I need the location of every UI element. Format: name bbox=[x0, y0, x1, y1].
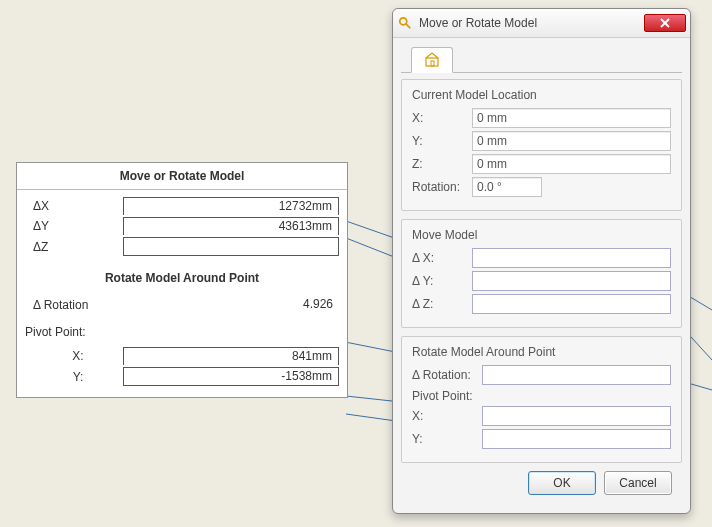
move-dy-input[interactable] bbox=[472, 271, 671, 291]
section-move-label: Move Model bbox=[412, 228, 671, 242]
move-dz-input[interactable] bbox=[472, 294, 671, 314]
left-pivot-x-row: X: 841mm bbox=[17, 346, 347, 366]
current-x-value: 0 mm bbox=[472, 108, 671, 128]
left-drot-label: Δ Rotation bbox=[25, 298, 123, 312]
left-dy-label: ΔY bbox=[25, 219, 123, 233]
current-y-label: Y: bbox=[412, 134, 472, 148]
close-button[interactable] bbox=[644, 14, 686, 32]
svg-line-9 bbox=[406, 24, 410, 28]
left-dy-row: ΔY 43613mm bbox=[17, 216, 347, 236]
left-py-value: -1538mm bbox=[123, 367, 339, 386]
current-z-value: 0 mm bbox=[472, 154, 671, 174]
left-dy-value: 43613mm bbox=[123, 217, 339, 235]
current-rot-label: Rotation: bbox=[412, 180, 472, 194]
home-icon bbox=[424, 52, 440, 68]
move-dx-label: Δ X: bbox=[412, 251, 472, 265]
tab-strip bbox=[401, 46, 682, 73]
rot-drot-label: Δ Rotation: bbox=[412, 368, 482, 382]
tab-general[interactable] bbox=[411, 47, 453, 73]
group-rotate-model: Rotate Model Around Point Δ Rotation: Pi… bbox=[401, 336, 682, 463]
left-dz-label: ΔZ bbox=[25, 240, 123, 254]
close-icon bbox=[660, 18, 670, 28]
left-px-label: X: bbox=[25, 349, 123, 363]
titlebar[interactable]: Move or Rotate Model bbox=[393, 9, 690, 38]
pivot-point-label: Pivot Point: bbox=[412, 389, 671, 403]
left-dz-value bbox=[123, 237, 339, 256]
left-dx-row: ΔX 12732mm bbox=[17, 196, 347, 216]
section-current-label: Current Model Location bbox=[412, 88, 671, 102]
group-current-location: Current Model Location X: 0 mm Y: 0 mm Z… bbox=[401, 79, 682, 211]
pivot-y-input[interactable] bbox=[482, 429, 671, 449]
current-z-label: Z: bbox=[412, 157, 472, 171]
current-x-label: X: bbox=[412, 111, 472, 125]
svg-rect-13 bbox=[431, 61, 434, 66]
current-rot-value: 0.0 ° bbox=[472, 177, 542, 197]
left-dz-row: ΔZ bbox=[17, 236, 347, 257]
left-drot-value: 4.926 bbox=[123, 296, 339, 313]
magnifier-icon bbox=[397, 15, 413, 31]
section-rotate-label: Rotate Model Around Point bbox=[412, 345, 671, 359]
left-pivot-y-row: Y: -1538mm bbox=[17, 366, 347, 387]
cancel-button[interactable]: Cancel bbox=[604, 471, 672, 495]
group-move-model: Move Model Δ X: Δ Y: Δ Z: bbox=[401, 219, 682, 328]
pivot-x-input[interactable] bbox=[482, 406, 671, 426]
svg-rect-12 bbox=[426, 58, 438, 66]
ok-button[interactable]: OK bbox=[528, 471, 596, 495]
svg-point-8 bbox=[400, 18, 407, 25]
left-dx-label: ΔX bbox=[25, 199, 123, 213]
dialog-title: Move or Rotate Model bbox=[419, 16, 644, 30]
left-px-value: 841mm bbox=[123, 347, 339, 365]
move-rotate-dialog: Move or Rotate Model Current Model Locat… bbox=[392, 8, 691, 514]
left-pivot-label: Pivot Point: bbox=[17, 325, 86, 339]
left-dx-value: 12732mm bbox=[123, 197, 339, 215]
left-py-label: Y: bbox=[25, 370, 123, 384]
move-dy-label: Δ Y: bbox=[412, 274, 472, 288]
rot-drot-input[interactable] bbox=[482, 365, 671, 385]
move-dz-label: Δ Z: bbox=[412, 297, 472, 311]
current-y-value: 0 mm bbox=[472, 131, 671, 151]
left-rotate-title: Rotate Model Around Point bbox=[17, 263, 347, 295]
pivot-x-label: X: bbox=[412, 409, 482, 423]
left-title: Move or Rotate Model bbox=[17, 163, 347, 190]
pivot-y-label: Y: bbox=[412, 432, 482, 446]
source-values-table: Move or Rotate Model ΔX 12732mm ΔY 43613… bbox=[16, 162, 348, 398]
move-dx-input[interactable] bbox=[472, 248, 671, 268]
